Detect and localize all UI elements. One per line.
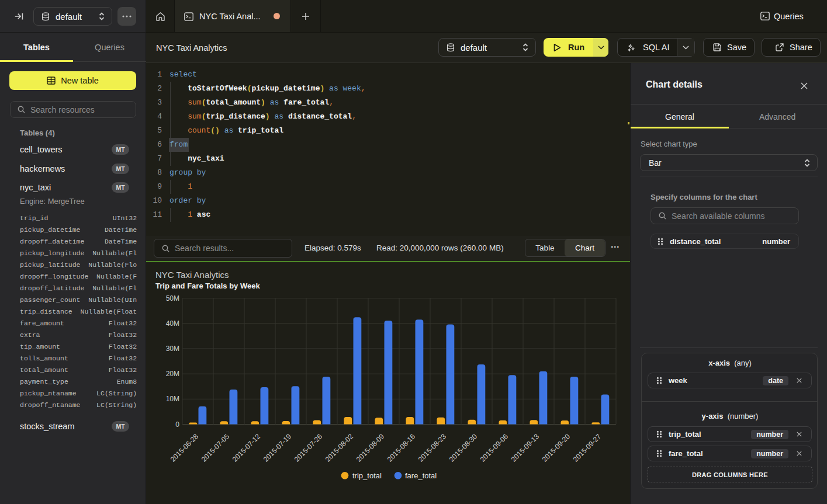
svg-text:2015-07-19: 2015-07-19	[262, 432, 293, 464]
svg-text:2015-09-06: 2015-09-06	[479, 432, 510, 464]
svg-text:2015-08-02: 2015-08-02	[324, 432, 355, 464]
svg-text:2015-08-30: 2015-08-30	[448, 432, 479, 464]
svg-text:trip_total: trip_total	[352, 471, 382, 480]
svg-text:30M: 30M	[166, 345, 179, 353]
svg-text:Trip and Fare Totals by Week: Trip and Fare Totals by Week	[155, 281, 260, 290]
svg-text:2015-08-23: 2015-08-23	[417, 432, 448, 464]
svg-text:50M: 50M	[166, 294, 179, 303]
svg-text:40M: 40M	[166, 319, 179, 328]
svg-text:2015-08-09: 2015-08-09	[355, 432, 386, 464]
svg-text:10M: 10M	[166, 395, 179, 403]
svg-text:2015-09-13: 2015-09-13	[510, 432, 541, 464]
svg-text:2015-08-16: 2015-08-16	[386, 432, 417, 464]
svg-text:20M: 20M	[166, 370, 179, 378]
svg-text:NYC Taxi Analytics: NYC Taxi Analytics	[155, 270, 229, 280]
svg-text:2015-07-26: 2015-07-26	[293, 432, 324, 464]
svg-text:2015-07-12: 2015-07-12	[231, 432, 262, 464]
svg-text:2015-09-20: 2015-09-20	[541, 432, 572, 464]
svg-text:fare_total: fare_total	[405, 471, 437, 480]
svg-text:2015-07-05: 2015-07-05	[200, 432, 231, 464]
svg-text:0: 0	[175, 420, 179, 429]
svg-text:2015-06-28: 2015-06-28	[169, 432, 200, 464]
svg-text:2015-09-27: 2015-09-27	[572, 432, 603, 464]
